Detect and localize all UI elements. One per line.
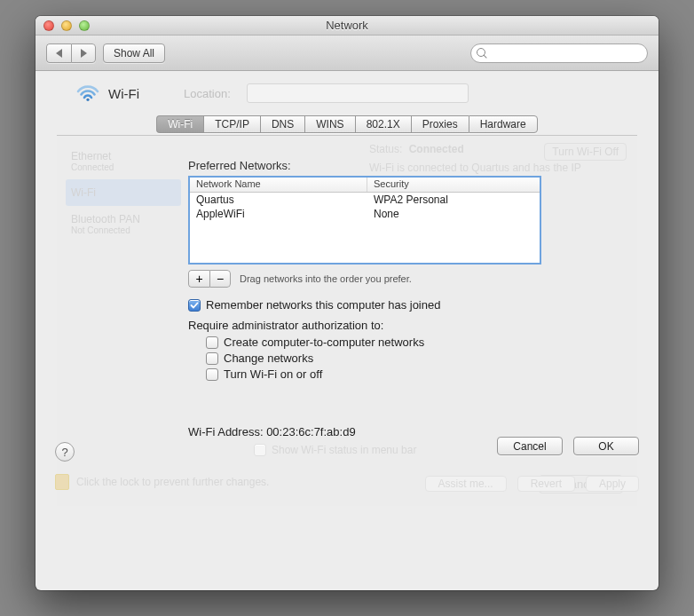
tab-bar: Wi-Fi TCP/IP DNS WINS 802.1X Proxies Har… [156,115,537,133]
preferences-window: Network Show All Wi-Fi Location: [35,16,659,590]
plus-icon: + [195,272,202,285]
require-auth-label: Require administrator authorization to: [188,319,570,332]
toolbar: Show All [35,36,659,71]
tab-proxies[interactable]: Proxies [411,115,469,133]
column-network-name[interactable]: Network Name [190,178,367,192]
ghost-sidebar: Ethernet Connected Wi-Fi Bluetooth PAN N… [66,143,181,242]
question-icon: ? [61,446,67,459]
require-create-label: Create computer-to-computer networks [224,336,424,349]
require-toggle-checkbox[interactable] [206,368,218,381]
require-toggle-label: Turn Wi-Fi on or off [224,367,322,381]
ghost-location-select [247,83,469,103]
ghost-location-label: Location: [184,87,231,100]
traffic-lights [35,20,90,31]
ghost-sidebar-item: Wi-Fi [66,179,181,206]
wifi-tab-content: Preferred Networks: Network Name Securit… [188,159,570,456]
body-area: Wi-Fi Location: Wi-Fi TCP/IP DNS WINS 80… [35,71,659,506]
ok-button[interactable]: OK [573,437,639,455]
require-change-label: Change networks [224,351,313,365]
tab-wifi[interactable]: Wi-Fi [156,115,203,133]
cell-network-name: Quartus [190,193,367,207]
search-field[interactable] [470,43,648,63]
cell-security: None [367,207,540,221]
preferred-networks-table[interactable]: Network Name Security Quartus WPA2 Perso… [188,176,541,265]
nav-segment [46,43,96,63]
table-row[interactable]: AppleWiFi None [190,207,540,221]
forward-button[interactable] [71,43,96,63]
minimize-window-button[interactable] [61,20,72,31]
ghost-revert-button: Revert [517,476,575,492]
remember-networks-checkbox[interactable] [188,299,201,312]
require-create-checkbox[interactable] [206,336,218,349]
check-icon [190,301,199,310]
require-create-row[interactable]: Create computer-to-computer networks [206,336,570,349]
titlebar: Network [35,16,659,36]
table-header: Network Name Security [190,178,540,193]
preferred-networks-label: Preferred Networks: [188,159,570,172]
tab-8021x[interactable]: 802.1X [355,115,411,133]
back-button[interactable] [46,43,71,63]
require-change-row[interactable]: Change networks [206,351,570,365]
cancel-button[interactable]: Cancel [497,437,563,455]
pane-header: Wi-Fi Location: [35,83,659,112]
add-remove-row: + − Drag networks into the order you pre… [188,270,570,288]
tab-wins[interactable]: WINS [304,115,354,133]
ghost-sidebar-item: Bluetooth PAN Not Connected [66,206,181,242]
pane-title: Wi-Fi [108,86,139,101]
remember-networks-label: Remember networks this computer has join… [206,298,440,312]
require-change-checkbox[interactable] [206,352,218,365]
search-input[interactable] [492,47,642,59]
require-toggle-row[interactable]: Turn Wi-Fi on or off [206,367,570,381]
table-row[interactable]: Quartus WPA2 Personal [190,193,540,207]
help-button[interactable]: ? [55,442,75,462]
remember-networks-row[interactable]: Remember networks this computer has join… [188,298,570,312]
drag-hint: Drag networks into the order you prefer. [240,273,412,284]
chevron-left-icon [56,49,62,58]
search-icon [477,48,487,59]
tab-hardware[interactable]: Hardware [469,115,538,133]
tab-dns[interactable]: DNS [260,115,304,133]
remove-network-button[interactable]: − [209,270,231,288]
wifi-icon [76,84,99,102]
tab-tcpip[interactable]: TCP/IP [203,115,260,133]
ghost-turn-off: Turn Wi-Fi Off [544,143,627,161]
show-all-button[interactable]: Show All [103,43,165,63]
cell-network-name: AppleWiFi [190,207,367,221]
window-title: Network [35,19,659,32]
ghost-sidebar-item: Ethernet Connected [66,143,181,179]
cell-security: WPA2 Personal [367,193,540,207]
footer: ? Cancel OK Click the lock to prevent fu… [35,435,659,506]
ghost-apply-button: Apply [586,476,639,492]
column-security[interactable]: Security [367,178,540,192]
svg-point-0 [86,99,89,101]
chevron-right-icon [81,49,87,58]
minus-icon: − [217,272,224,285]
add-network-button[interactable]: + [188,270,209,288]
close-window-button[interactable] [43,20,54,31]
ghost-actions: Assist me... Revert Apply [425,476,639,492]
ghost-assist-button: Assist me... [425,476,507,492]
zoom-window-button[interactable] [79,20,90,31]
lock-icon [55,474,69,490]
